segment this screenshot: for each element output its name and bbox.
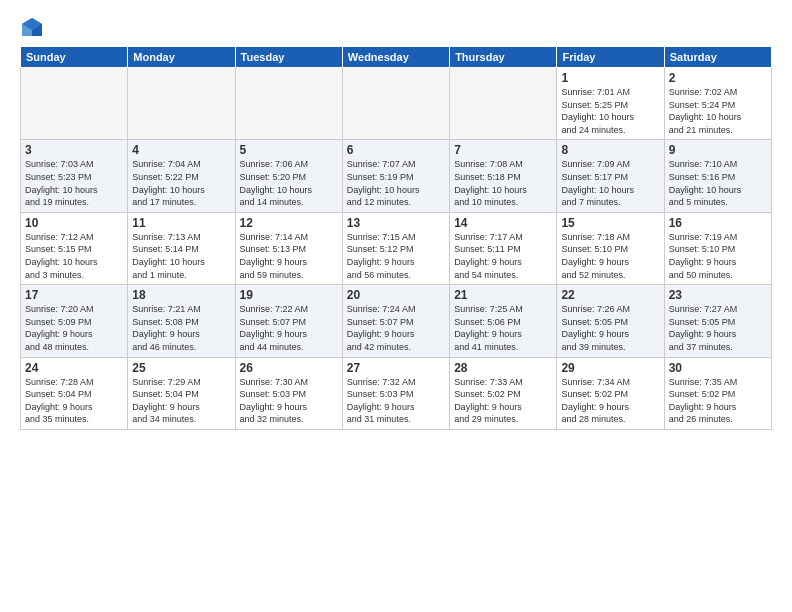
day-cell: 11Sunrise: 7:13 AM Sunset: 5:14 PM Dayli…: [128, 212, 235, 284]
day-number: 12: [240, 216, 338, 230]
day-number: 23: [669, 288, 767, 302]
day-info: Sunrise: 7:17 AM Sunset: 5:11 PM Dayligh…: [454, 231, 552, 281]
day-number: 19: [240, 288, 338, 302]
day-cell: 28Sunrise: 7:33 AM Sunset: 5:02 PM Dayli…: [450, 357, 557, 429]
day-cell: 20Sunrise: 7:24 AM Sunset: 5:07 PM Dayli…: [342, 285, 449, 357]
day-info: Sunrise: 7:01 AM Sunset: 5:25 PM Dayligh…: [561, 86, 659, 136]
day-info: Sunrise: 7:27 AM Sunset: 5:05 PM Dayligh…: [669, 303, 767, 353]
day-info: Sunrise: 7:08 AM Sunset: 5:18 PM Dayligh…: [454, 158, 552, 208]
week-row-0: 1Sunrise: 7:01 AM Sunset: 5:25 PM Daylig…: [21, 68, 772, 140]
day-number: 30: [669, 361, 767, 375]
day-info: Sunrise: 7:13 AM Sunset: 5:14 PM Dayligh…: [132, 231, 230, 281]
day-cell: 1Sunrise: 7:01 AM Sunset: 5:25 PM Daylig…: [557, 68, 664, 140]
day-cell: 9Sunrise: 7:10 AM Sunset: 5:16 PM Daylig…: [664, 140, 771, 212]
weekday-header-thursday: Thursday: [450, 47, 557, 68]
day-info: Sunrise: 7:10 AM Sunset: 5:16 PM Dayligh…: [669, 158, 767, 208]
weekday-header-tuesday: Tuesday: [235, 47, 342, 68]
calendar-body: 1Sunrise: 7:01 AM Sunset: 5:25 PM Daylig…: [21, 68, 772, 430]
day-info: Sunrise: 7:29 AM Sunset: 5:04 PM Dayligh…: [132, 376, 230, 426]
day-number: 7: [454, 143, 552, 157]
day-cell: 24Sunrise: 7:28 AM Sunset: 5:04 PM Dayli…: [21, 357, 128, 429]
day-number: 18: [132, 288, 230, 302]
day-info: Sunrise: 7:03 AM Sunset: 5:23 PM Dayligh…: [25, 158, 123, 208]
day-info: Sunrise: 7:25 AM Sunset: 5:06 PM Dayligh…: [454, 303, 552, 353]
day-cell: [128, 68, 235, 140]
day-number: 4: [132, 143, 230, 157]
day-cell: 21Sunrise: 7:25 AM Sunset: 5:06 PM Dayli…: [450, 285, 557, 357]
header: [20, 16, 772, 38]
day-info: Sunrise: 7:12 AM Sunset: 5:15 PM Dayligh…: [25, 231, 123, 281]
day-number: 21: [454, 288, 552, 302]
day-info: Sunrise: 7:30 AM Sunset: 5:03 PM Dayligh…: [240, 376, 338, 426]
day-info: Sunrise: 7:14 AM Sunset: 5:13 PM Dayligh…: [240, 231, 338, 281]
day-cell: [450, 68, 557, 140]
day-number: 22: [561, 288, 659, 302]
day-number: 16: [669, 216, 767, 230]
day-cell: 8Sunrise: 7:09 AM Sunset: 5:17 PM Daylig…: [557, 140, 664, 212]
day-cell: 18Sunrise: 7:21 AM Sunset: 5:08 PM Dayli…: [128, 285, 235, 357]
day-number: 3: [25, 143, 123, 157]
day-cell: 29Sunrise: 7:34 AM Sunset: 5:02 PM Dayli…: [557, 357, 664, 429]
day-number: 27: [347, 361, 445, 375]
week-row-2: 10Sunrise: 7:12 AM Sunset: 5:15 PM Dayli…: [21, 212, 772, 284]
day-cell: [342, 68, 449, 140]
calendar-header: SundayMondayTuesdayWednesdayThursdayFrid…: [21, 47, 772, 68]
day-number: 13: [347, 216, 445, 230]
day-info: Sunrise: 7:07 AM Sunset: 5:19 PM Dayligh…: [347, 158, 445, 208]
day-cell: 4Sunrise: 7:04 AM Sunset: 5:22 PM Daylig…: [128, 140, 235, 212]
day-number: 5: [240, 143, 338, 157]
day-cell: 12Sunrise: 7:14 AM Sunset: 5:13 PM Dayli…: [235, 212, 342, 284]
day-cell: 6Sunrise: 7:07 AM Sunset: 5:19 PM Daylig…: [342, 140, 449, 212]
logo-icon: [20, 16, 42, 38]
weekday-header-monday: Monday: [128, 47, 235, 68]
day-number: 11: [132, 216, 230, 230]
day-info: Sunrise: 7:34 AM Sunset: 5:02 PM Dayligh…: [561, 376, 659, 426]
day-number: 1: [561, 71, 659, 85]
day-cell: 19Sunrise: 7:22 AM Sunset: 5:07 PM Dayli…: [235, 285, 342, 357]
day-cell: 15Sunrise: 7:18 AM Sunset: 5:10 PM Dayli…: [557, 212, 664, 284]
day-info: Sunrise: 7:33 AM Sunset: 5:02 PM Dayligh…: [454, 376, 552, 426]
day-info: Sunrise: 7:21 AM Sunset: 5:08 PM Dayligh…: [132, 303, 230, 353]
day-info: Sunrise: 7:18 AM Sunset: 5:10 PM Dayligh…: [561, 231, 659, 281]
weekday-header-wednesday: Wednesday: [342, 47, 449, 68]
day-info: Sunrise: 7:32 AM Sunset: 5:03 PM Dayligh…: [347, 376, 445, 426]
week-row-3: 17Sunrise: 7:20 AM Sunset: 5:09 PM Dayli…: [21, 285, 772, 357]
day-info: Sunrise: 7:22 AM Sunset: 5:07 PM Dayligh…: [240, 303, 338, 353]
day-cell: 22Sunrise: 7:26 AM Sunset: 5:05 PM Dayli…: [557, 285, 664, 357]
day-number: 6: [347, 143, 445, 157]
day-cell: 23Sunrise: 7:27 AM Sunset: 5:05 PM Dayli…: [664, 285, 771, 357]
page: SundayMondayTuesdayWednesdayThursdayFrid…: [0, 0, 792, 612]
weekday-header-sunday: Sunday: [21, 47, 128, 68]
day-info: Sunrise: 7:35 AM Sunset: 5:02 PM Dayligh…: [669, 376, 767, 426]
day-cell: 10Sunrise: 7:12 AM Sunset: 5:15 PM Dayli…: [21, 212, 128, 284]
logo: [20, 16, 44, 38]
day-info: Sunrise: 7:26 AM Sunset: 5:05 PM Dayligh…: [561, 303, 659, 353]
day-cell: 3Sunrise: 7:03 AM Sunset: 5:23 PM Daylig…: [21, 140, 128, 212]
day-number: 29: [561, 361, 659, 375]
day-number: 8: [561, 143, 659, 157]
day-number: 14: [454, 216, 552, 230]
day-info: Sunrise: 7:28 AM Sunset: 5:04 PM Dayligh…: [25, 376, 123, 426]
week-row-4: 24Sunrise: 7:28 AM Sunset: 5:04 PM Dayli…: [21, 357, 772, 429]
day-cell: 14Sunrise: 7:17 AM Sunset: 5:11 PM Dayli…: [450, 212, 557, 284]
day-info: Sunrise: 7:20 AM Sunset: 5:09 PM Dayligh…: [25, 303, 123, 353]
day-cell: 2Sunrise: 7:02 AM Sunset: 5:24 PM Daylig…: [664, 68, 771, 140]
day-info: Sunrise: 7:24 AM Sunset: 5:07 PM Dayligh…: [347, 303, 445, 353]
day-cell: [21, 68, 128, 140]
day-number: 24: [25, 361, 123, 375]
day-info: Sunrise: 7:04 AM Sunset: 5:22 PM Dayligh…: [132, 158, 230, 208]
weekday-header-saturday: Saturday: [664, 47, 771, 68]
day-info: Sunrise: 7:19 AM Sunset: 5:10 PM Dayligh…: [669, 231, 767, 281]
day-number: 17: [25, 288, 123, 302]
day-cell: 30Sunrise: 7:35 AM Sunset: 5:02 PM Dayli…: [664, 357, 771, 429]
day-info: Sunrise: 7:15 AM Sunset: 5:12 PM Dayligh…: [347, 231, 445, 281]
day-cell: 13Sunrise: 7:15 AM Sunset: 5:12 PM Dayli…: [342, 212, 449, 284]
weekday-header-friday: Friday: [557, 47, 664, 68]
day-info: Sunrise: 7:09 AM Sunset: 5:17 PM Dayligh…: [561, 158, 659, 208]
day-number: 2: [669, 71, 767, 85]
day-cell: 16Sunrise: 7:19 AM Sunset: 5:10 PM Dayli…: [664, 212, 771, 284]
day-cell: 5Sunrise: 7:06 AM Sunset: 5:20 PM Daylig…: [235, 140, 342, 212]
calendar-table: SundayMondayTuesdayWednesdayThursdayFrid…: [20, 46, 772, 430]
day-number: 28: [454, 361, 552, 375]
day-number: 26: [240, 361, 338, 375]
